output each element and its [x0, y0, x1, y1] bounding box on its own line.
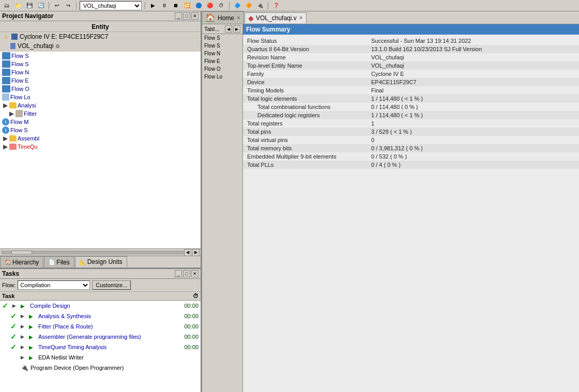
toolbar-icon-7[interactable]: ▶ [148, 1, 158, 10]
flow-item-9[interactable]: i Flow S [0, 126, 201, 134]
file-tab-close[interactable]: ✕ [299, 15, 303, 21]
summary-row-13: Total memory bits0 / 3,981,312 ( 0 % ) [243, 144, 579, 152]
device-dropdown[interactable]: VOL_chufaqi [80, 1, 142, 10]
entity-row-0[interactable]: ⚠ Cyclone IV E: EP4CE115F29C7 [0, 32, 201, 41]
task-row-2[interactable]: ✓ ▶ ▶ Fitter (Place & Route) 00:00 [0, 321, 201, 332]
flow-label-11: TimeQu [18, 144, 38, 150]
scroll-thumb[interactable] [11, 250, 32, 255]
panel-max-btn[interactable]: □ [183, 12, 190, 20]
toolbar-icon-12[interactable]: 🔴 [205, 1, 215, 10]
task-play-1[interactable]: ▶ [29, 313, 36, 319]
tab-files[interactable]: 📄 Files [44, 256, 74, 268]
tasks-min-btn[interactable]: _ [175, 270, 182, 277]
task-row-1[interactable]: ✓ ▶ ▶ Analysis & Synthesis 00:00 [0, 311, 201, 321]
entity-row-1[interactable]: VOL_chufaqi ⚙ [0, 41, 201, 51]
flow-item-2[interactable]: Flow N [0, 68, 201, 76]
toolbar-icon-2[interactable]: 📁 [13, 1, 23, 10]
toolbar-icon-14[interactable]: 🔷 [233, 1, 242, 10]
toolbar-icon-17[interactable]: ❓ [271, 1, 281, 10]
hierarchy-icon: 🏠 [5, 259, 11, 265]
summary-row-4: FamilyCyclone IV E [243, 70, 579, 78]
tasks-header: Tasks _ □ ✕ [0, 269, 201, 279]
panel-min-btn[interactable]: _ [175, 12, 182, 20]
middle-tab-left[interactable]: ◀ [225, 25, 232, 33]
task-play-0[interactable]: ▶ [21, 303, 28, 309]
tab-home[interactable]: 🏠 Home ✕ [202, 11, 244, 24]
flow-item-11[interactable]: ▶ TimeQu [0, 143, 201, 151]
task-play-3[interactable]: ▶ [29, 334, 36, 340]
expand-icon-11[interactable]: ▶ [2, 143, 8, 150]
flow-item-3[interactable]: Flow E [0, 76, 201, 85]
expand-icon-10[interactable]: ▶ [2, 135, 8, 142]
horizontal-scrollbar[interactable]: ◀ ▶ [0, 248, 201, 256]
middle-tab-item-0[interactable]: Flow S [202, 34, 242, 42]
task-check-5: ✓ [10, 353, 19, 362]
summary-val-13: 0 / 3,981,312 ( 0 % ) [371, 145, 575, 151]
task-play-2[interactable]: ▶ [29, 323, 36, 330]
task-expand-3[interactable]: ▶ [21, 334, 27, 339]
tasks-panel-controls: _ □ ✕ [175, 270, 199, 277]
home-tab-close[interactable]: ✕ [236, 15, 240, 21]
task-expand-4[interactable]: ▶ [21, 344, 27, 350]
tab-design-units[interactable]: 📐 Design Units [75, 256, 127, 268]
flow-item-10[interactable]: ▶ Assembl [0, 134, 201, 143]
nav-right[interactable]: ▶ [192, 249, 200, 256]
toolbar-sep-1 [49, 2, 49, 9]
flow-dropdown[interactable]: Compilation [18, 280, 90, 290]
toolbar-sep-2 [76, 2, 77, 9]
middle-tab-item-3[interactable]: Flow E [202, 57, 242, 65]
right-tabs: 🏠 Home ✕ ◆ VOL_chufaqi.v ✕ [202, 11, 579, 24]
task-row-0[interactable]: ✓ ▶ ▶ Compile Design 00:00 [0, 301, 201, 311]
task-row-3[interactable]: ✓ ▶ ▶ Assembler (Generate programming fi… [0, 332, 201, 342]
toolbar-icon-13[interactable]: ⏱ [217, 1, 226, 10]
task-play-5[interactable]: ▶ [29, 354, 36, 360]
toolbar-icon-1[interactable]: 🗂 [2, 1, 11, 10]
toolbar-icon-4[interactable]: 🔄 [36, 1, 45, 10]
flow-item-5[interactable]: Flow Lo [0, 93, 201, 101]
tab-file[interactable]: ◆ VOL_chufaqi.v ✕ [245, 12, 307, 23]
middle-tab-right[interactable]: ▶ [233, 25, 240, 33]
flow-item-0[interactable]: Flow S [0, 52, 201, 60]
middle-tab-item-1[interactable]: Flow S [202, 42, 242, 50]
customize-button[interactable]: Customize... [92, 280, 131, 290]
summary-row-9: Dedicated logic registers1 / 114,480 ( <… [243, 111, 579, 119]
middle-tab-item-5[interactable]: Flow Lo [202, 73, 242, 81]
task-expand-0[interactable]: ▶ [12, 303, 19, 308]
flow-item-8[interactable]: i Flow M [0, 118, 201, 126]
task-expand-5[interactable]: ▶ [21, 355, 27, 360]
files-icon: 📄 [49, 259, 55, 265]
tab-hierarchy[interactable]: 🏠 Hierarchy [0, 256, 43, 268]
toolbar-icon-3[interactable]: 💾 [25, 1, 34, 10]
expand-icon-7[interactable]: ▶ [8, 110, 14, 117]
folder-icon-6 [9, 102, 17, 108]
summary-val-5: EP4CE115F29C7 [371, 79, 575, 85]
toolbar-icon-6[interactable]: ↪ [64, 1, 73, 10]
middle-tab-item-2[interactable]: Flow N [202, 50, 242, 57]
panel-close-btn[interactable]: ✕ [191, 12, 199, 20]
task-row-4[interactable]: ✓ ▶ ▶ TimeQuest Timing Analysis 00:00 [0, 342, 201, 352]
task-expand-1[interactable]: ▶ [21, 313, 27, 319]
task-row-5[interactable]: ✓ ▶ ▶ EDA Netlist Writer [0, 352, 201, 363]
flow-item-6[interactable]: ▶ Analysi [0, 101, 201, 109]
toolbar-icon-10[interactable]: 🔁 [182, 1, 192, 10]
toolbar-icon-9[interactable]: ⏹ [171, 1, 180, 10]
tasks-close-btn[interactable]: ✕ [191, 270, 199, 277]
nav-left[interactable]: ◀ [184, 249, 191, 256]
task-expand-2[interactable]: ▶ [21, 324, 27, 329]
tasks-max-btn[interactable]: □ [183, 270, 190, 277]
flow-item-4[interactable]: Flow O [0, 85, 201, 93]
toolbar-icon-16[interactable]: 🔌 [255, 1, 265, 10]
flow-label-10: Assembl [18, 135, 39, 142]
task-play-4[interactable]: ▶ [29, 344, 36, 350]
warning-icon: ⚠ [2, 33, 9, 40]
summary-key-7: Total logic elements [247, 96, 371, 102]
toolbar-icon-15[interactable]: 🔶 [244, 1, 253, 10]
flow-item-7[interactable]: ▶ Fitter [0, 109, 201, 118]
toolbar-icon-11[interactable]: 🔵 [194, 1, 203, 10]
middle-tab-item-4[interactable]: Flow O [202, 65, 242, 73]
toolbar-icon-5[interactable]: ↩ [52, 1, 62, 10]
toolbar-icon-8[interactable]: ⏸ [160, 1, 169, 10]
flow-item-1[interactable]: Flow S [0, 60, 201, 68]
task-row-6[interactable]: ✓ ▶ 🔌 Program Device (Open Programmer) [0, 363, 201, 373]
expand-icon-6[interactable]: ▶ [2, 102, 8, 109]
